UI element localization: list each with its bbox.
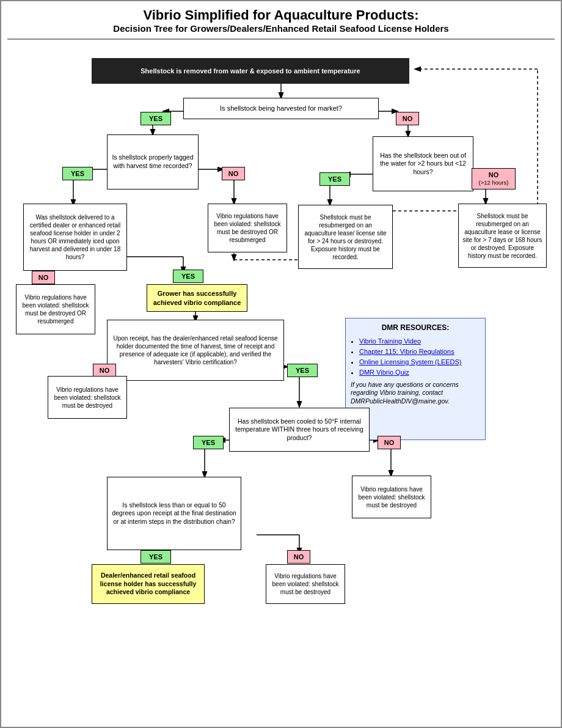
no6-badge: NO (378, 436, 401, 449)
no3-badge: NO (>12 hours) (472, 168, 516, 189)
q1-box: Is shellstock being harvested for market… (183, 98, 379, 119)
no5-badge: NO (93, 364, 116, 377)
start-box: Shellstock is removed from water & expos… (92, 58, 409, 84)
yes3-badge: YES (319, 172, 350, 186)
yes4-badge: YES (173, 270, 203, 283)
compliance2-box: Dealer/enhanced retail seafood license h… (92, 564, 205, 604)
q6-box: Has shellstock been cooled to 50°F inter… (229, 408, 370, 452)
page: Vibrio Simplified for Aquaculture Produc… (0, 0, 562, 728)
resubmerge2-box: Shellstock must be resubmerged on an aqu… (458, 204, 547, 268)
no4-badge: NO (32, 271, 55, 284)
yes1-badge: YES (140, 112, 171, 125)
no1-badge: NO (396, 112, 419, 125)
sub-title: Decision Tree for Growers/Dealers/Enhanc… (7, 23, 555, 34)
violation2-box: Vibrio regulations have been violated: s… (48, 376, 127, 419)
violation4-box: Vibrio regulations have been violated: s… (266, 564, 345, 604)
yes7-badge: YES (140, 550, 171, 564)
violation1-box: Vibrio regulations have been violated: s… (16, 284, 95, 334)
q4-box: Was shellstock delivered to a certified … (23, 204, 127, 271)
yes2-badge: YES (62, 167, 93, 180)
violation3-box: Vibrio regulations have been violated: s… (352, 476, 431, 518)
no7-badge: NO (287, 550, 310, 564)
q3-box: Has the shellstock been out of the water… (373, 136, 473, 191)
q7-box: Is shellstock less than or equal to 50 d… (107, 477, 241, 550)
main-title: Vibrio Simplified for Aquaculture Produc… (7, 7, 555, 23)
yes5-badge: YES (287, 364, 318, 377)
q5-box: Upon receipt, has the dealer/enhanced re… (107, 320, 284, 381)
resubmerge1-box: Shellstock must be resubmerged on an aqu… (298, 205, 393, 269)
no2-badge: NO (222, 167, 245, 180)
flowchart: Shellstock is removed from water & expos… (12, 46, 550, 718)
resource-link-1[interactable]: Vibrio Training Video (359, 337, 421, 345)
resources-links: Vibrio Training Video Chapter 115: Vibri… (351, 337, 480, 377)
resource-link-2[interactable]: Chapter 115: Vibrio Regulations (359, 348, 454, 355)
q2-box: Is shellstock properly tagged with harve… (107, 134, 199, 189)
resource-link-3[interactable]: Online Licensing System (LEEDS) (359, 358, 462, 366)
resource-link-4[interactable]: DMR Vibrio Quiz (359, 369, 409, 376)
resources-title: DMR RESOURCES: (351, 323, 480, 333)
violation1b-box: Vibrio regulations have been violated: s… (208, 204, 287, 252)
resources-contact: If you have any questions or concerns re… (351, 381, 480, 406)
yes6-badge: YES (193, 436, 224, 449)
compliance1-box: Grower has successfully achieved vibrio … (147, 284, 247, 312)
title-section: Vibrio Simplified for Aquaculture Produc… (7, 7, 555, 40)
